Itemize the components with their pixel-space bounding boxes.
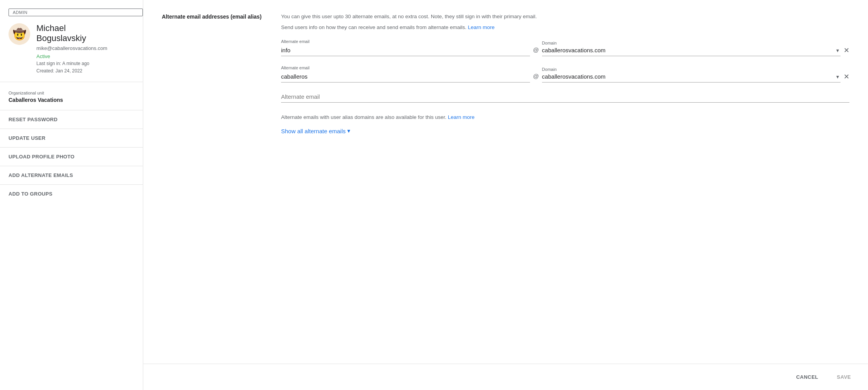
domain-select-2[interactable]: caballerosvacations.com ▾ bbox=[542, 73, 841, 82]
action-add-to-groups[interactable]: ADD TO GROUPS bbox=[0, 184, 143, 203]
domain-field-group-1: Domain caballerosvacations.com ▾ bbox=[542, 41, 841, 56]
admin-badge: ADMIN bbox=[9, 9, 143, 16]
close-icon-1[interactable]: ✕ bbox=[844, 46, 849, 56]
domain-label-1: Domain bbox=[542, 41, 841, 45]
footer-actions: CANCEL SAVE bbox=[143, 364, 868, 390]
user-email: mike@caballerosvacations.com bbox=[36, 45, 134, 51]
section-body: You can give this user upto 30 alternate… bbox=[281, 12, 849, 134]
user-created: Created: Jan 24, 2022 bbox=[36, 67, 134, 75]
at-symbol-2: @ bbox=[533, 73, 539, 82]
email-row-2: Alternate email @ Domain caballerosvacat… bbox=[281, 65, 849, 82]
sidebar: ADMIN 🤠 Michael Boguslavskiy mike@caball… bbox=[0, 0, 143, 390]
action-list: RESET PASSWORD UPDATE USER UPLOAD PROFIL… bbox=[0, 110, 143, 203]
domain-value-1: caballerosvacations.com bbox=[542, 47, 835, 53]
chevron-down-icon-1[interactable]: ▾ bbox=[835, 47, 841, 53]
divider-1 bbox=[0, 82, 143, 82]
section-label-title: Alternate email addresses (email alias) bbox=[162, 13, 262, 21]
avatar: 🤠 bbox=[9, 23, 30, 45]
learn-more-link-2[interactable]: Learn more bbox=[448, 114, 475, 120]
email-row-empty bbox=[281, 92, 849, 103]
user-info: 🤠 Michael Boguslavskiy mike@caballerosva… bbox=[0, 23, 143, 82]
domain-field-group-2: Domain caballerosvacations.com ▾ bbox=[542, 67, 841, 82]
user-name: Michael Boguslavskiy bbox=[36, 23, 134, 44]
alias-note: Alternate emails with user alias domains… bbox=[281, 113, 849, 121]
org-name: Caballeros Vacations bbox=[9, 97, 134, 103]
cancel-button[interactable]: CANCEL bbox=[791, 371, 823, 383]
alternate-email-section: Alternate email addresses (email alias) … bbox=[162, 12, 849, 134]
action-reset-password[interactable]: RESET PASSWORD bbox=[0, 110, 143, 129]
chevron-down-icon-show-all: ▾ bbox=[347, 127, 350, 134]
domain-select-1[interactable]: caballerosvacations.com ▾ bbox=[542, 47, 841, 56]
main-content: Alternate email addresses (email alias) … bbox=[143, 0, 868, 390]
action-update-user[interactable]: UPDATE USER bbox=[0, 129, 143, 147]
org-label: Organizational unit bbox=[9, 91, 134, 95]
email-field-group-1: Alternate email bbox=[281, 39, 530, 56]
org-section: Organizational unit Caballeros Vacations bbox=[0, 87, 143, 108]
email-label-2: Alternate email bbox=[281, 65, 530, 70]
close-icon-2[interactable]: ✕ bbox=[844, 72, 849, 82]
section-description-2: Send users info on how they can receive … bbox=[281, 23, 849, 32]
domain-label-2: Domain bbox=[542, 67, 841, 72]
email-field-group-empty bbox=[281, 92, 849, 103]
email-input-empty[interactable] bbox=[281, 92, 849, 103]
email-input-1[interactable] bbox=[281, 45, 530, 56]
show-all-alternate-emails[interactable]: Show all alternate emails ▾ bbox=[281, 127, 849, 134]
email-row-1: Alternate email @ Domain caballerosvacat… bbox=[281, 39, 849, 56]
email-field-group-2: Alternate email bbox=[281, 65, 530, 82]
action-add-alternate-emails[interactable]: ADD ALTERNATE EMAILS bbox=[0, 166, 143, 184]
learn-more-link-1[interactable]: Learn more bbox=[468, 24, 495, 30]
email-label-1: Alternate email bbox=[281, 39, 530, 44]
user-status: Active bbox=[36, 53, 134, 59]
email-input-2[interactable] bbox=[281, 72, 530, 82]
section-label: Alternate email addresses (email alias) bbox=[162, 12, 262, 21]
user-details: Michael Boguslavskiy mike@caballerosvaca… bbox=[36, 23, 134, 75]
content-area: Alternate email addresses (email alias) … bbox=[143, 0, 868, 364]
user-last-signin: Last sign in: A minute ago bbox=[36, 60, 134, 67]
chevron-down-icon-2[interactable]: ▾ bbox=[835, 74, 841, 80]
at-symbol-1: @ bbox=[533, 46, 539, 56]
domain-value-2: caballerosvacations.com bbox=[542, 73, 835, 80]
action-upload-profile-photo[interactable]: UPLOAD PROFILE PHOTO bbox=[0, 147, 143, 166]
section-description-1: You can give this user upto 30 alternate… bbox=[281, 12, 849, 21]
save-button[interactable]: SAVE bbox=[832, 371, 856, 383]
